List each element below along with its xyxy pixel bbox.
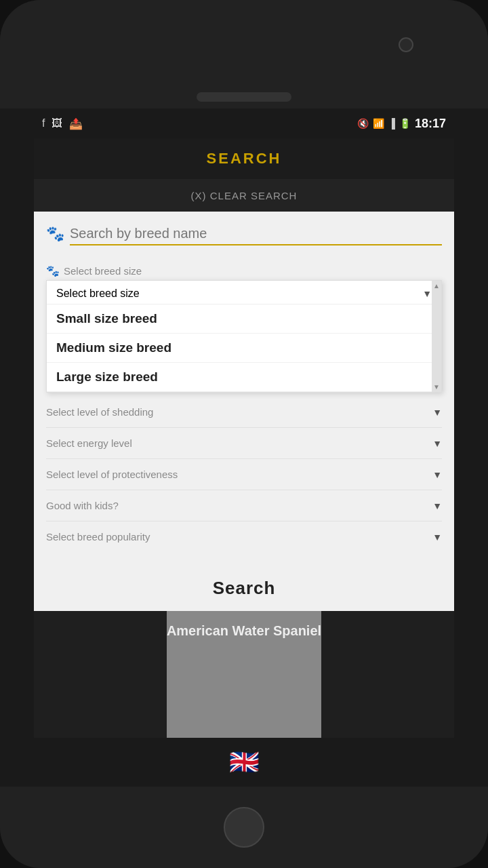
breed-size-header-text: Select breed size: [56, 288, 140, 300]
protectiveness-label: Select level of protectiveness: [46, 469, 178, 480]
status-right-icons: 🔇 📶 ▐ 🔋 18:17: [357, 117, 446, 131]
share-icon: 📤: [69, 117, 83, 130]
energy-chevron-icon: ▼: [432, 438, 442, 449]
kids-chevron-icon: ▼: [432, 500, 442, 511]
popularity-chevron-icon: ▼: [432, 532, 442, 542]
wifi-icon: 📶: [373, 118, 384, 129]
modal-overlay: 🐾 🐾 Select breed size Select breed size …: [34, 212, 454, 787]
search-input-wrapper: 🐾: [46, 225, 442, 245]
dropdown-scrollbar: ▲ ▼: [432, 281, 441, 392]
below-modal: American Water Spaniel: [167, 611, 321, 738]
breed-size-header-row: Select breed size ▼: [47, 281, 441, 304]
status-left-icons: f 🖼 📤: [42, 117, 83, 130]
app-header: SEARCH: [34, 138, 454, 179]
screen: f 🖼 📤 🔇 📶 ▐ 🔋 18:17 SEARCH (X) CLEAR SEA…: [34, 108, 454, 787]
signal-icon: ▐: [388, 118, 395, 129]
bottom-bar: 🇬🇧: [34, 738, 454, 787]
breed-size-label-row: 🐾 Select breed size: [46, 258, 442, 280]
search-modal: 🐾 🐾 Select breed size Select breed size …: [34, 212, 454, 566]
breed-size-label-text: Select breed size: [64, 265, 442, 277]
kids-dropdown[interactable]: Good with kids? ▼: [46, 490, 442, 521]
shedding-chevron-icon: ▼: [432, 407, 442, 418]
paw-icon-small: 🐾: [46, 264, 60, 277]
popularity-dropdown[interactable]: Select breed popularity ▼: [46, 521, 442, 552]
energy-label: Select energy level: [46, 437, 132, 449]
shedding-label: Select level of shedding: [46, 406, 153, 418]
status-time: 18:17: [415, 117, 446, 131]
search-button[interactable]: Search: [213, 578, 276, 599]
breed-size-open-panel: Select breed size ▼ Small size breed Med…: [46, 280, 442, 393]
protectiveness-chevron-icon: ▼: [432, 469, 442, 480]
app-title: SEARCH: [207, 150, 282, 167]
clear-search-bar[interactable]: (X) CLEAR SEARCH: [34, 179, 454, 212]
protectiveness-dropdown[interactable]: Select level of protectiveness ▼: [46, 459, 442, 490]
gallery-icon: 🖼: [52, 117, 62, 130]
camera: [399, 37, 413, 52]
breed-size-option-medium[interactable]: Medium size breed: [47, 334, 441, 363]
home-button[interactable]: [224, 807, 264, 848]
battery-icon: 🔋: [399, 118, 411, 129]
breed-size-dropdown[interactable]: 🐾 Select breed size Select breed size ▼ …: [46, 258, 442, 393]
status-bar: f 🖼 📤 🔇 📶 ▐ 🔋 18:17: [34, 108, 454, 138]
breed-name: American Water Spaniel: [167, 623, 321, 639]
paw-icon: 🐾: [46, 225, 64, 243]
breed-size-option-small[interactable]: Small size breed: [47, 304, 441, 334]
scroll-down-icon: ▼: [433, 383, 440, 391]
phone-shell: f 🖼 📤 🔇 📶 ▐ 🔋 18:17 SEARCH (X) CLEAR SEA…: [0, 0, 488, 868]
breed-size-option-large[interactable]: Large size breed: [47, 363, 441, 392]
popularity-label: Select breed popularity: [46, 531, 150, 542]
shedding-dropdown[interactable]: Select level of shedding ▼: [46, 397, 442, 428]
scroll-up-icon: ▲: [433, 282, 440, 290]
breed-search-input[interactable]: [70, 226, 442, 245]
kids-label: Good with kids?: [46, 500, 119, 511]
mute-icon: 🔇: [357, 118, 369, 129]
flag-icon: 🇬🇧: [229, 748, 260, 776]
facebook-icon: f: [42, 117, 45, 130]
phone-top-bezel: [0, 0, 488, 108]
search-button-area: Search: [34, 566, 454, 611]
breed-size-chevron-icon: ▼: [422, 288, 432, 299]
energy-dropdown[interactable]: Select energy level ▼: [46, 428, 442, 459]
speaker: [197, 92, 291, 102]
clear-search-label: (X) CLEAR SEARCH: [191, 190, 298, 201]
phone-bottom-bezel: [0, 787, 488, 868]
